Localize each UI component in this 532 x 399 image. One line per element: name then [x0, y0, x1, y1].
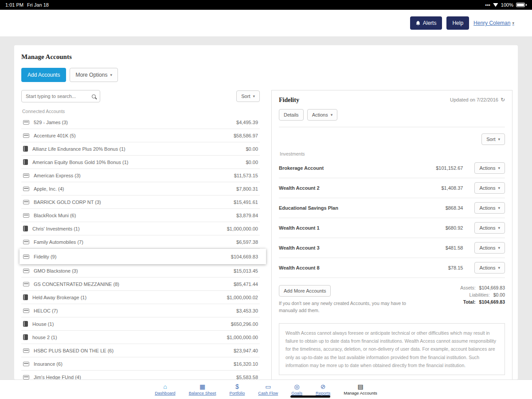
account-row[interactable]: Insurance (6) $16,320.10 [21, 357, 260, 371]
account-row[interactable]: house 2 (1) $1,000,000.00 [21, 331, 260, 344]
account-balance: $85,471.44 [234, 282, 258, 287]
card-icon [23, 254, 29, 259]
card-icon [23, 348, 29, 353]
card-icon [23, 240, 29, 244]
more-options-button[interactable]: More Options ▾ [70, 68, 118, 82]
search-box [21, 90, 100, 102]
account-name: Accenture 401K (5) [34, 133, 229, 138]
card-icon [23, 173, 29, 178]
card-icon [23, 200, 29, 204]
holding-actions-button[interactable]: Actions ▾ [474, 222, 505, 234]
cash-flow-icon: ▭ [265, 383, 271, 390]
holdings-sort-button[interactable]: Sort ▾ [481, 133, 505, 145]
totals-summary: Assets: $104,669.83 Liabilities: $0.00 T… [460, 285, 505, 314]
account-row[interactable]: Jim's Hedge FUnd (4) $5,583.58 [21, 371, 260, 379]
book-icon [23, 159, 28, 165]
account-row[interactable]: BlackRock Muni (6) $3,879.84 [21, 209, 260, 222]
account-row[interactable]: HELOC (7) $3,453.30 [21, 304, 260, 317]
battery-icon [516, 3, 525, 7]
account-name: 529 - James (3) [34, 120, 232, 125]
help-button[interactable]: Help [446, 16, 469, 30]
holding-row: Wealth Account 8 $78.15 Actions ▾ [279, 258, 505, 278]
investments-label: Investments [280, 151, 505, 156]
account-balance: $7,800.31 [236, 186, 258, 192]
details-button[interactable]: Details [279, 109, 304, 121]
goals-icon: ◎ [294, 383, 299, 390]
footer-nav-item[interactable]: ▭ Cash Flow [258, 383, 278, 395]
alerts-button[interactable]: Alerts [410, 16, 442, 30]
holding-value: $101,152.67 [414, 165, 463, 171]
account-row[interactable]: Accenture 401K (5) $58,586.97 [21, 129, 260, 142]
holding-actions-button[interactable]: Actions ▾ [474, 182, 505, 194]
account-balance: $6,597.38 [236, 239, 258, 245]
footer-nav-item[interactable]: $ Portfolio [229, 383, 245, 395]
status-time: 1:01 PM [5, 2, 23, 8]
account-balance: $15,013.45 [234, 268, 258, 274]
account-row[interactable]: Apple, Inc. (4) $7,800.31 [21, 182, 260, 196]
footer-nav-label: Goals [291, 391, 302, 395]
caret-down-icon: ▾ [498, 137, 500, 141]
holding-actions-button[interactable]: Actions ▾ [474, 162, 505, 174]
account-row[interactable]: Fidelity (9) $104,669.83 [20, 249, 266, 264]
add-more-accounts-button[interactable]: Add More Accounts [279, 285, 331, 297]
caret-down-icon: ▾ [498, 266, 500, 270]
account-name: Family Automobiles (7) [34, 239, 232, 245]
account-row[interactable]: 529 - James (3) $4,495.39 [21, 116, 260, 129]
account-row[interactable]: BARRICK GOLD CORP NT (3) $15,491.61 [21, 196, 260, 209]
page-title: Manage Accounts [21, 53, 512, 61]
account-row[interactable]: GMO Blackstone (3) $15,013.45 [21, 264, 260, 278]
account-row[interactable]: Allianz Life Endurance Plus 20% Bonus (1… [21, 142, 260, 156]
home-indicator [290, 395, 330, 398]
assets-label: Assets: [460, 285, 475, 290]
holding-name: Wealth Account 2 [279, 185, 414, 191]
holding-name: Educational Savings Plan [279, 205, 414, 211]
search-input[interactable] [26, 94, 89, 99]
caret-down-icon: ▾ [498, 246, 500, 250]
account-balance: $11,573.15 [234, 173, 258, 178]
holding-actions-button[interactable]: Actions ▾ [474, 262, 505, 274]
holding-actions-button[interactable]: Actions ▾ [474, 242, 505, 254]
account-balance: $1,000,000.02 [227, 295, 258, 300]
detail-actions-button[interactable]: Actions ▾ [307, 109, 338, 121]
refresh-icon[interactable]: ↻ [501, 97, 505, 103]
wifi-icon [493, 3, 498, 7]
holding-actions-button[interactable]: Actions ▾ [474, 202, 505, 214]
book-icon [23, 294, 28, 300]
footer-nav-item[interactable]: ▤ Manage Accounts [344, 383, 377, 395]
account-name: Insurance (6) [34, 361, 229, 367]
holding-name: Wealth Account 1 [279, 225, 414, 231]
user-menu[interactable]: Henry Coleman ▾ [473, 20, 514, 26]
account-balance: $1,000,000.00 [227, 335, 258, 340]
account-row[interactable]: Chris' Investments (1) $1,000,000.00 [21, 222, 260, 235]
caret-down-icon: ▾ [512, 21, 514, 25]
footer-nav-item[interactable]: ◎ Goals [291, 383, 302, 395]
signal-icon: ••• [485, 2, 490, 8]
card-icon [23, 309, 29, 313]
add-accounts-button[interactable]: Add Accounts [21, 68, 66, 82]
accounts-sort-button[interactable]: Sort ▾ [236, 90, 260, 102]
account-balance: $5,583.58 [236, 375, 258, 380]
status-date: Fri Jan 18 [27, 2, 49, 8]
account-row[interactable]: GS CONCENTRATED MEZZANINE (8) $85,471.44 [21, 278, 260, 291]
home-icon: ⌂ [163, 383, 167, 390]
reports-icon: ⊘ [321, 383, 326, 390]
footer-nav-item[interactable]: ⊘ Reports [316, 383, 330, 395]
account-name: Held Away Brokerage (1) [32, 295, 223, 300]
account-row[interactable]: American Equity Bonus Gold 10% Bonus (1)… [21, 156, 260, 169]
footer-nav: ⌂ Dashboard ▦ Balance Sheet $ Portfolio … [0, 379, 532, 399]
account-row[interactable]: American Express (3) $11,573.15 [21, 169, 260, 182]
footer-nav-label: Manage Accounts [344, 391, 377, 395]
footer-nav-item[interactable]: ⌂ Dashboard [155, 383, 175, 395]
account-balance: $23,947.40 [234, 348, 258, 353]
holdings-list: Brokerage Account $101,152.67 Actions ▾ … [279, 158, 505, 278]
balance-sheet-icon: ▦ [200, 383, 205, 390]
footer-nav-item[interactable]: ▦ Balance Sheet [189, 383, 216, 395]
account-row[interactable]: Family Automobiles (7) $6,597.38 [21, 235, 260, 249]
footer-nav-label: Balance Sheet [189, 391, 216, 395]
account-row[interactable]: Held Away Brokerage (1) $1,000,000.02 [21, 291, 260, 304]
caret-down-icon: ▾ [331, 113, 333, 117]
account-row[interactable]: HSBC PLUS BASED ON THE LE (6) $23,947.40 [21, 344, 260, 357]
holding-name: Wealth Account 8 [279, 265, 414, 270]
total-value: $104,669.83 [479, 299, 505, 305]
account-row[interactable]: House (1) $650,296.00 [21, 317, 260, 331]
